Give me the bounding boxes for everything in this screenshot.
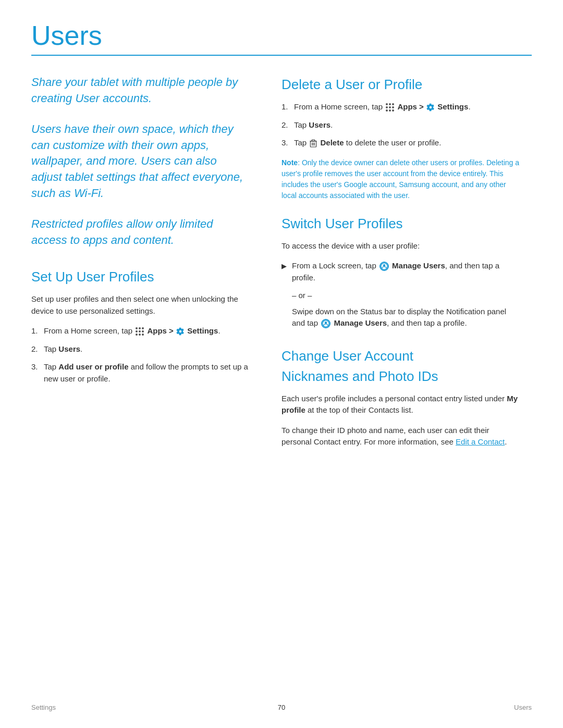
footer-left: Settings [31, 702, 56, 713]
delete-step-1-content: From a Home screen, tap Apps > Settings. [294, 101, 521, 113]
intro-paragraph-1: Share your tablet with multiple people b… [31, 75, 250, 107]
delete-step-1-number: 1. [282, 101, 294, 113]
switch-bullet-content: From a Lock screen, tap Manage Users, an… [292, 260, 521, 283]
step-3-content: Tap Add user or profile and follow the p… [44, 361, 250, 385]
title-divider [31, 55, 532, 56]
set-up-step-1: 1. From a Home screen, tap Apps > Settin… [31, 325, 250, 337]
svg-rect-2 [312, 140, 315, 141]
set-up-section-description: Set up user profiles and then select one… [31, 293, 250, 317]
change-description-1: Each user's profile includes a personal … [282, 393, 521, 416]
intro-paragraph-3: Restricted profiles allow only limited a… [31, 216, 250, 249]
switch-section-title: Switch User Profiles [282, 214, 521, 234]
bullet-arrow-icon: ▶ [282, 261, 292, 283]
set-up-step-3: 3. Tap Add user or profile and follow th… [31, 361, 250, 385]
delete-step-1: 1. From a Home screen, tap Apps > Settin… [282, 101, 521, 113]
note-label: Note [282, 158, 298, 167]
swipe-instruction: Swipe down on the Status bar to display … [282, 306, 521, 329]
delete-step-3-number: 3. [282, 137, 294, 149]
set-up-steps-list: 1. From a Home screen, tap Apps > Settin… [31, 325, 250, 385]
page-title: Users [31, 21, 532, 51]
change-section: Change User Account Nicknames and Photo … [282, 346, 521, 448]
set-up-section-title: Set Up User Profiles [31, 267, 250, 287]
change-section-title: Change User Account Nicknames and Photo … [282, 346, 521, 387]
delete-step-2-content: Tap Users. [294, 119, 521, 131]
apps-grid-icon-2 [386, 103, 394, 112]
settings-gear-icon-2 [426, 103, 435, 112]
intro-paragraph-2: Users have their own space, which they c… [31, 121, 250, 202]
or-divider: – or – [282, 290, 521, 302]
delete-steps-list: 1. From a Home screen, tap Apps > Settin… [282, 101, 521, 149]
switch-bullet: ▶ From a Lock screen, tap Manage Users, … [282, 260, 521, 283]
delete-section-title: Delete a User or Profile [282, 75, 521, 95]
delete-step-2: 2. Tap Users. [282, 119, 521, 131]
footer-right: Users [514, 702, 532, 713]
step-1-content: From a Home screen, tap Apps > Settings. [44, 325, 250, 337]
edit-contact-link[interactable]: Edit a Contact [456, 437, 505, 446]
settings-gear-icon-1 [176, 327, 185, 336]
apps-grid-icon [136, 327, 144, 336]
right-column: Delete a User or Profile 1. From a Home … [282, 75, 521, 456]
step-2-content: Tap Users. [44, 343, 250, 355]
switch-section-description: To access the device with a user profile… [282, 240, 521, 252]
delete-note: Note: Only the device owner can delete o… [282, 157, 521, 201]
svg-point-7 [383, 264, 385, 266]
note-text: : Only the device owner can delete other… [282, 158, 519, 200]
trash-icon [310, 139, 317, 147]
step-2-number: 2. [31, 343, 44, 355]
manage-users-icon-2 [321, 319, 331, 328]
two-column-layout: Share your tablet with multiple people b… [31, 75, 532, 456]
manage-users-icon-1 [380, 262, 389, 271]
step-3-number: 3. [31, 361, 44, 385]
page-container: Users Share your tablet with multiple pe… [0, 0, 563, 488]
left-column: Share your tablet with multiple people b… [31, 75, 250, 456]
change-description-2: To change their ID photo and name, each … [282, 425, 521, 448]
delete-step-3-content: Tap Delete to delete the user or profile… [294, 137, 521, 149]
svg-point-9 [325, 322, 327, 324]
page-number: 70 [278, 702, 285, 713]
step-1-number: 1. [31, 325, 44, 337]
set-up-step-2: 2. Tap Users. [31, 343, 250, 355]
delete-step-2-number: 2. [282, 119, 294, 131]
delete-step-3: 3. Tap Delete to delete the user or prof… [282, 137, 521, 149]
